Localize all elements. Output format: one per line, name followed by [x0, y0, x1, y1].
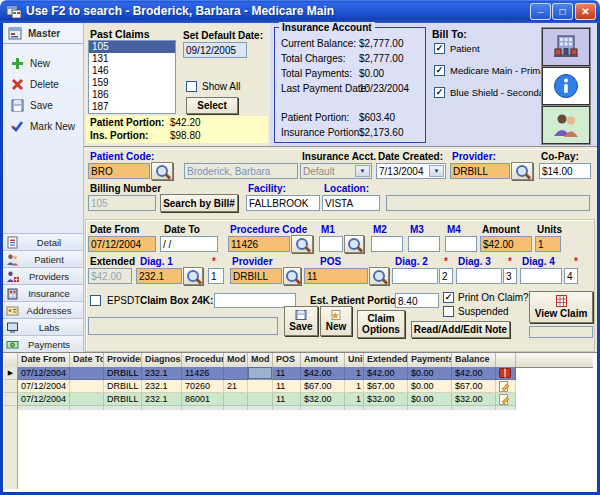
row-selector[interactable]	[4, 393, 18, 406]
cell-balance[interactable]: $32.00	[452, 393, 496, 406]
cell-date-to[interactable]	[70, 380, 104, 393]
line-provider-search-button[interactable]	[283, 267, 301, 285]
diag2-input[interactable]	[392, 268, 438, 284]
units-input[interactable]: 1	[535, 236, 561, 252]
cell-mod2[interactable]	[248, 393, 273, 406]
past-claims-listbox[interactable]: 105 131 146 159 186 187	[88, 40, 176, 114]
diag4-index-input[interactable]: 4	[564, 268, 578, 284]
column-header[interactable]: Mod 2	[248, 353, 273, 367]
epsdt-checkbox[interactable]	[90, 295, 101, 306]
cell-units[interactable]: 1	[345, 393, 364, 406]
bill-to-medicare-checkbox[interactable]	[434, 65, 445, 76]
diag1-input[interactable]: 232.1	[136, 268, 182, 284]
cell-mod1[interactable]	[224, 393, 248, 406]
pos-search-button[interactable]	[369, 267, 389, 285]
sidebar-new-button[interactable]: New	[3, 53, 83, 74]
row-note-button[interactable]	[496, 380, 516, 393]
column-header[interactable]: Extended	[364, 353, 408, 367]
cell-pos[interactable]: 11	[273, 380, 301, 393]
cell-amount[interactable]: $32.00	[301, 393, 345, 406]
diag1-search-button[interactable]	[183, 267, 203, 285]
cell-date-to[interactable]	[70, 393, 104, 406]
column-header[interactable]: Amount	[301, 353, 345, 367]
cell-procedure[interactable]: 11426	[182, 367, 224, 380]
past-claims-item[interactable]: 146	[89, 65, 175, 77]
pos-input[interactable]: 11	[304, 268, 368, 284]
past-claims-item[interactable]: 159	[89, 77, 175, 89]
sidebar-item-labs[interactable]: Labs	[3, 318, 83, 335]
patients-button[interactable]	[542, 106, 590, 144]
diag4-input[interactable]	[520, 268, 562, 284]
past-claims-item[interactable]: 186	[89, 89, 175, 101]
sidebar-item-detail[interactable]: Detail	[3, 233, 83, 250]
cell-mod2[interactable]	[248, 380, 273, 393]
past-claims-item[interactable]: 105	[89, 41, 175, 53]
bill-to-blueshield-checkbox[interactable]	[434, 87, 445, 98]
amount-input[interactable]: $42.00	[480, 236, 532, 252]
column-header[interactable]: Units	[345, 353, 364, 367]
date-from-input[interactable]: 07/12/2004	[88, 236, 156, 252]
column-header[interactable]: Date To	[70, 353, 104, 367]
cell-balance[interactable]: $42.00	[452, 367, 496, 380]
info-button[interactable]	[542, 67, 590, 105]
row-selector[interactable]	[4, 380, 18, 393]
cell-mod1[interactable]: 21	[224, 380, 248, 393]
cell-extended[interactable]: $42.00	[364, 367, 408, 380]
cell-date-from[interactable]: 07/12/2004	[18, 367, 70, 380]
sidebar-item-payments[interactable]: Payments	[3, 335, 83, 352]
claim-options-button[interactable]: Claim Options	[357, 310, 405, 338]
cell-extended[interactable]: $67.00	[364, 380, 408, 393]
cell-provider[interactable]: DRBILL	[104, 393, 142, 406]
sidebar-item-insurance[interactable]: Insurance	[3, 284, 83, 301]
sidebar-item-patient[interactable]: Patient	[3, 250, 83, 267]
cell-procedure[interactable]: 86001	[182, 393, 224, 406]
provider-search-button[interactable]	[511, 162, 533, 180]
cell-mod1[interactable]	[224, 367, 248, 380]
procedure-search-button[interactable]	[291, 235, 313, 253]
m4-input[interactable]	[445, 236, 477, 252]
table-row[interactable]: 07/12/2004 DRBILL 232.1 70260 21 11 $67.…	[4, 380, 516, 393]
date-to-input[interactable]: / /	[160, 236, 218, 252]
line-save-button[interactable]: Save	[284, 306, 318, 336]
procedure-code-input[interactable]: 11426	[228, 236, 290, 252]
cell-payments[interactable]: $0.00	[408, 367, 452, 380]
column-header[interactable]: Balance	[452, 353, 496, 367]
cell-procedure[interactable]: 70260	[182, 380, 224, 393]
row-note-button[interactable]	[496, 367, 516, 380]
column-header[interactable]: Provider	[104, 353, 142, 367]
cell-diagnosis[interactable]: 232.1	[142, 393, 182, 406]
column-header[interactable]: Payments	[408, 353, 452, 367]
sidebar-item-addresses[interactable]: Addresses	[3, 301, 83, 318]
m1-input[interactable]	[319, 236, 343, 252]
set-default-date-input[interactable]: 09/12/2005	[183, 42, 247, 58]
diag1-index-input[interactable]: 1	[208, 268, 224, 284]
print-on-claim-checkbox[interactable]	[443, 292, 454, 303]
cell-balance[interactable]: $67.00	[452, 380, 496, 393]
suspended-checkbox[interactable]	[443, 306, 454, 317]
cell-extended[interactable]: $32.00	[364, 393, 408, 406]
view-claim-button[interactable]: View Claim	[529, 291, 593, 323]
table-row[interactable]: ▶ 07/12/2004 DRBILL 232.1 11426 11 $42.0…	[4, 367, 516, 380]
line-provider-input[interactable]: DRBILL	[230, 268, 282, 284]
facility-button[interactable]	[542, 28, 590, 66]
maximize-button[interactable]	[552, 3, 573, 20]
copay-input[interactable]: $14.00	[539, 163, 591, 179]
cell-date-from[interactable]: 07/12/2004	[18, 380, 70, 393]
row-note-button[interactable]	[496, 393, 516, 406]
patient-code-search-button[interactable]	[151, 162, 173, 180]
cell-payments[interactable]: $0.00	[408, 393, 452, 406]
select-button[interactable]: Select	[186, 97, 238, 114]
cell-diagnosis[interactable]: 232.1	[142, 380, 182, 393]
sidebar-save-button[interactable]: Save	[3, 95, 83, 116]
diag3-index-input[interactable]: 3	[503, 268, 517, 284]
sidebar-master-header[interactable]: Master	[3, 23, 83, 44]
column-header[interactable]: Date From	[18, 353, 70, 367]
cell-amount[interactable]: $42.00	[301, 367, 345, 380]
cell-provider[interactable]: DRBILL	[104, 367, 142, 380]
close-button[interactable]	[575, 3, 596, 20]
cell-pos[interactable]: 11	[273, 393, 301, 406]
date-created-select[interactable]: 7/13/2004	[376, 163, 446, 179]
show-all-checkbox[interactable]	[186, 81, 197, 92]
provider-input[interactable]: DRBILL	[450, 163, 510, 179]
column-header[interactable]: Procedure	[182, 353, 224, 367]
